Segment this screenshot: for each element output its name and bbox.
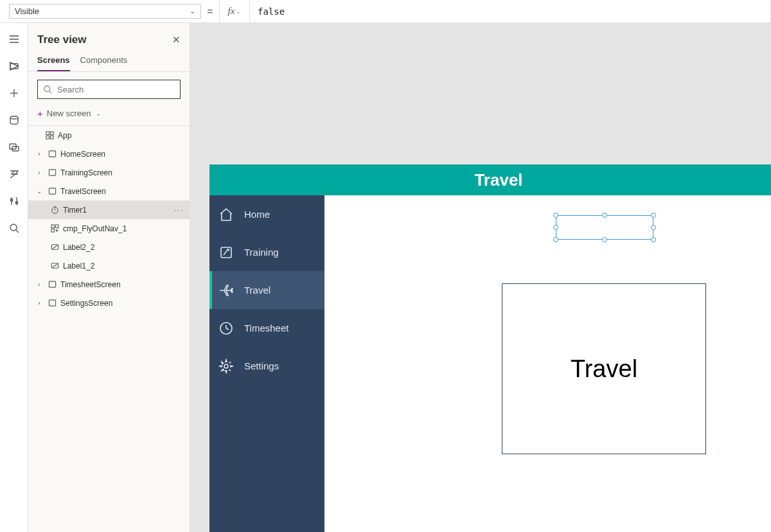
expand-icon[interactable]: › — [35, 281, 44, 288]
expand-icon[interactable]: › — [35, 169, 44, 176]
plus-icon: + — [37, 108, 43, 119]
app-header: Travel — [209, 164, 771, 195]
resize-handle[interactable] — [553, 213, 558, 218]
power-automate-icon[interactable] — [8, 168, 20, 180]
panel-tabs: Screens Components — [28, 53, 190, 72]
property-selector[interactable]: Visible ⌄ — [9, 4, 201, 19]
close-icon[interactable]: ✕ — [172, 34, 181, 46]
tree-label: Label1_2 — [63, 262, 94, 270]
tree-label: HomeScreen — [60, 150, 105, 159]
svg-rect-34 — [49, 281, 55, 287]
property-name: Visible — [15, 6, 39, 16]
tree-node-cmp-flyoutnav[interactable]: cmp_FlyOutNav_1 — [28, 219, 190, 238]
chevron-down-icon: ⌄ — [190, 7, 195, 15]
svg-rect-17 — [46, 132, 49, 135]
nav-item-training[interactable]: Training — [209, 233, 324, 271]
label-control[interactable]: Travel — [502, 283, 706, 454]
svg-point-40 — [224, 364, 228, 368]
svg-rect-29 — [51, 229, 54, 232]
label-icon — [50, 243, 59, 252]
data-icon[interactable] — [8, 114, 20, 126]
tab-components[interactable]: Components — [80, 53, 128, 71]
home-icon — [218, 207, 234, 222]
nav-label: Home — [244, 209, 270, 220]
svg-line-39 — [226, 328, 229, 330]
tools-icon[interactable] — [8, 195, 20, 207]
tree-view-icon[interactable] — [8, 60, 20, 72]
tree-node-timesheetscreen[interactable]: › TimesheetScreen — [28, 275, 190, 294]
tree-label: Label2_2 — [63, 243, 94, 252]
screen-icon — [48, 150, 57, 159]
app-content: Travel — [324, 195, 771, 532]
label-icon — [50, 262, 59, 270]
media-icon[interactable] — [8, 141, 20, 153]
svg-rect-28 — [55, 225, 58, 228]
label-text: Travel — [571, 355, 637, 383]
chevron-down-icon: ⌄ — [96, 110, 101, 117]
canvas[interactable]: Travel Home Training Travel — [190, 23, 771, 532]
selected-control-timer1[interactable] — [556, 215, 653, 240]
app-header-title: Travel — [474, 170, 522, 190]
airplane-icon — [218, 283, 234, 298]
nav-label: Settings — [244, 360, 279, 371]
tree-node-travelscreen[interactable]: ⌄ TravelScreen — [28, 182, 190, 200]
tree-view-panel: Tree view ✕ Screens Components + New scr… — [28, 23, 190, 532]
svg-rect-23 — [49, 188, 55, 194]
svg-point-6 — [10, 116, 18, 119]
chevron-down-icon: ⌄ — [236, 8, 241, 15]
app-sidebar: Home Training Travel Timesheet — [209, 195, 324, 532]
hamburger-icon[interactable] — [8, 33, 20, 45]
screen-icon — [48, 299, 57, 308]
nav-item-timesheet[interactable]: Timesheet — [209, 309, 324, 347]
resize-handle[interactable] — [651, 237, 656, 242]
resize-handle[interactable] — [602, 237, 607, 242]
fx-icon: fx — [228, 6, 235, 17]
collapse-icon[interactable]: ⌄ — [35, 188, 44, 195]
svg-rect-21 — [49, 151, 55, 157]
tree-node-app[interactable]: App — [28, 126, 190, 145]
expand-icon[interactable]: › — [35, 299, 44, 306]
resize-handle[interactable] — [553, 225, 558, 230]
resize-handle[interactable] — [651, 225, 656, 230]
new-screen-button[interactable]: + New screen ⌄ — [28, 104, 190, 125]
svg-point-13 — [10, 224, 17, 231]
insert-icon[interactable] — [8, 87, 20, 99]
tree-label: TimesheetScreen — [60, 280, 121, 289]
app-preview: Travel Home Training Travel — [209, 164, 771, 532]
app-icon — [45, 131, 54, 140]
tree-node-label2[interactable]: Label2_2 — [28, 238, 190, 256]
search-icon — [43, 85, 52, 94]
nav-item-home[interactable]: Home — [209, 195, 324, 233]
nav-label: Timesheet — [244, 323, 288, 333]
resize-handle[interactable] — [602, 213, 607, 218]
svg-rect-19 — [46, 136, 49, 139]
tree: App › HomeScreen › TrainingScreen ⌄ Trav… — [28, 125, 190, 312]
tree-label: TrainingScreen — [60, 168, 112, 177]
tree-node-settingsscreen[interactable]: › SettingsScreen — [28, 294, 190, 312]
more-icon[interactable]: ··· — [174, 206, 184, 215]
search-input[interactable] — [57, 85, 175, 94]
screen-icon — [48, 280, 57, 289]
equals-label: = — [201, 0, 219, 22]
tree-node-timer1[interactable]: Timer1 ··· — [28, 200, 190, 219]
formula-input[interactable] — [250, 0, 771, 22]
search-box[interactable] — [37, 80, 181, 99]
fx-button[interactable]: fx ⌄ — [219, 0, 250, 22]
resize-handle[interactable] — [553, 237, 558, 242]
tree-node-homescreen[interactable]: › HomeScreen — [28, 145, 190, 163]
gear-icon — [218, 359, 234, 374]
search-icon[interactable] — [8, 222, 20, 234]
resize-handle[interactable] — [651, 213, 656, 218]
tree-node-label1[interactable]: Label1_2 — [28, 256, 190, 275]
svg-rect-27 — [51, 225, 54, 228]
tree-node-trainingscreen[interactable]: › TrainingScreen — [28, 163, 190, 182]
svg-line-14 — [16, 230, 19, 233]
nav-item-travel[interactable]: Travel — [209, 271, 324, 309]
screen-icon — [48, 168, 57, 177]
expand-icon[interactable]: › — [35, 150, 44, 157]
tree-label: Timer1 — [63, 206, 87, 215]
tab-screens[interactable]: Screens — [37, 53, 70, 71]
new-screen-label: New screen — [47, 109, 91, 118]
svg-rect-18 — [50, 132, 53, 135]
nav-item-settings[interactable]: Settings — [209, 347, 324, 385]
